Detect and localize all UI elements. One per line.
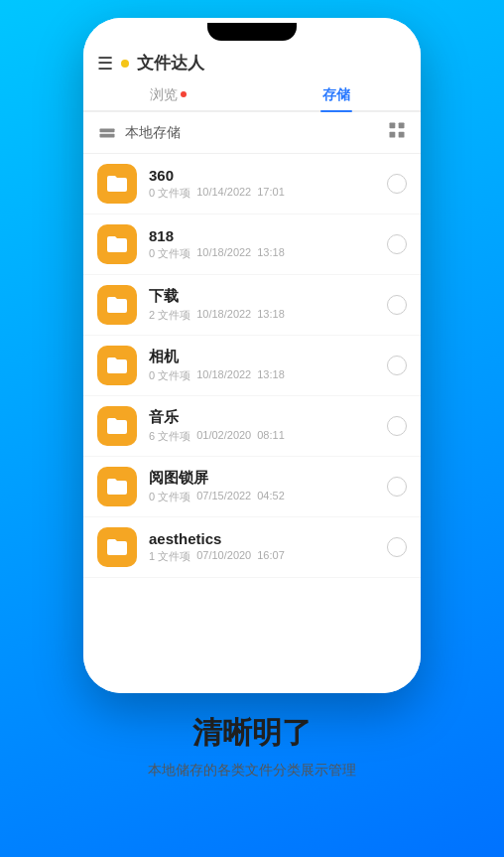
file-time: 13:18 [257, 368, 285, 383]
file-info: 818 0 文件项 10/18/2022 13:18 [149, 227, 379, 261]
toolbar-row: 本地存储 [83, 112, 421, 154]
folder-icon [97, 224, 137, 264]
header-dot [121, 60, 129, 68]
list-item[interactable]: 下载 2 文件项 10/18/2022 13:18 [83, 275, 421, 336]
file-select-circle[interactable] [387, 356, 407, 375]
list-item[interactable]: 相机 0 文件项 10/18/2022 13:18 [83, 336, 421, 396]
file-name: 下载 [149, 287, 379, 306]
list-item[interactable]: 818 0 文件项 10/18/2022 13:18 [83, 214, 421, 275]
file-name: 818 [149, 227, 379, 244]
file-meta: 0 文件项 10/18/2022 13:18 [149, 368, 379, 383]
file-meta: 0 文件项 10/18/2022 13:18 [149, 246, 379, 261]
file-date: 07/15/2022 [196, 490, 251, 504]
file-select-circle[interactable] [387, 537, 407, 557]
bottom-section: 清晰明了 本地储存的各类文件分类展示管理 [128, 693, 376, 796]
file-meta: 0 文件项 07/15/2022 04:52 [149, 490, 379, 504]
file-time: 13:18 [257, 308, 285, 323]
file-count: 0 文件项 [149, 368, 190, 383]
svg-rect-1 [100, 133, 115, 137]
file-date: 10/18/2022 [196, 308, 251, 323]
bottom-title: 清晰明了 [148, 713, 356, 754]
file-info: 下载 2 文件项 10/18/2022 13:18 [149, 287, 379, 323]
svg-rect-4 [390, 132, 396, 138]
folder-icon [97, 406, 137, 446]
file-count: 2 文件项 [149, 308, 190, 323]
file-time: 08:11 [257, 429, 285, 444]
file-select-circle[interactable] [387, 234, 407, 254]
file-info: 阅图锁屏 0 文件项 07/15/2022 04:52 [149, 469, 379, 504]
file-time: 17:01 [257, 186, 285, 201]
folder-icon [97, 285, 137, 325]
file-count: 0 文件项 [149, 246, 190, 261]
menu-icon[interactable]: ☰ [97, 53, 113, 74]
notch [207, 23, 297, 41]
file-count: 0 文件项 [149, 490, 190, 504]
file-select-circle[interactable] [387, 416, 407, 436]
list-item[interactable]: 360 0 文件项 10/14/2022 17:01 [83, 154, 421, 214]
file-name: 360 [149, 167, 379, 184]
file-list: 360 0 文件项 10/14/2022 17:01 818 0 文件项 10/… [83, 154, 421, 693]
folder-icon [97, 467, 137, 506]
folder-icon [97, 527, 137, 567]
tab-dot [181, 91, 187, 97]
tab-browse[interactable]: 浏览 [83, 78, 252, 110]
folder-icon [97, 346, 137, 385]
file-date: 10/18/2022 [196, 246, 251, 261]
file-select-circle[interactable] [387, 174, 407, 194]
grid-view-icon[interactable] [387, 120, 407, 145]
file-meta: 2 文件项 10/18/2022 13:18 [149, 308, 379, 323]
file-name: 相机 [149, 348, 379, 366]
svg-rect-2 [390, 123, 396, 129]
file-meta: 6 文件项 01/02/2020 08:11 [149, 429, 379, 444]
tab-bar: 浏览 存储 [83, 78, 421, 112]
svg-rect-3 [399, 123, 405, 129]
storage-label: 本地存储 [125, 124, 387, 142]
file-info: 音乐 6 文件项 01/02/2020 08:11 [149, 408, 379, 444]
storage-icon [97, 123, 117, 143]
file-count: 1 文件项 [149, 549, 190, 564]
tab-storage[interactable]: 存储 [252, 78, 421, 110]
bottom-description: 本地储存的各类文件分类展示管理 [148, 760, 356, 781]
phone-frame: ☰ 文件达人 浏览 存储 本地存储 360 [83, 18, 421, 693]
file-date: 01/02/2020 [196, 429, 251, 444]
svg-rect-0 [100, 128, 115, 132]
file-meta: 1 文件项 07/10/2020 16:07 [149, 549, 379, 564]
status-bar [83, 18, 421, 46]
file-time: 13:18 [257, 246, 285, 261]
file-count: 6 文件项 [149, 429, 190, 444]
file-count: 0 文件项 [149, 186, 190, 201]
app-title: 文件达人 [137, 52, 204, 74]
file-date: 07/10/2020 [196, 549, 251, 564]
folder-icon [97, 164, 137, 204]
list-item[interactable]: aesthetics 1 文件项 07/10/2020 16:07 [83, 517, 421, 578]
list-item[interactable]: 阅图锁屏 0 文件项 07/15/2022 04:52 [83, 457, 421, 517]
file-info: 360 0 文件项 10/14/2022 17:01 [149, 167, 379, 201]
file-time: 04:52 [257, 490, 285, 504]
file-time: 16:07 [257, 549, 285, 564]
file-name: aesthetics [149, 530, 379, 547]
list-item[interactable]: 音乐 6 文件项 01/02/2020 08:11 [83, 396, 421, 457]
file-meta: 0 文件项 10/14/2022 17:01 [149, 186, 379, 201]
app-header: ☰ 文件达人 [83, 46, 421, 74]
file-select-circle[interactable] [387, 477, 407, 497]
file-info: aesthetics 1 文件项 07/10/2020 16:07 [149, 530, 379, 564]
file-name: 音乐 [149, 408, 379, 427]
file-date: 10/14/2022 [196, 186, 251, 201]
file-info: 相机 0 文件项 10/18/2022 13:18 [149, 348, 379, 383]
file-date: 10/18/2022 [196, 368, 251, 383]
file-select-circle[interactable] [387, 295, 407, 315]
svg-rect-5 [399, 132, 405, 138]
file-name: 阅图锁屏 [149, 469, 379, 488]
